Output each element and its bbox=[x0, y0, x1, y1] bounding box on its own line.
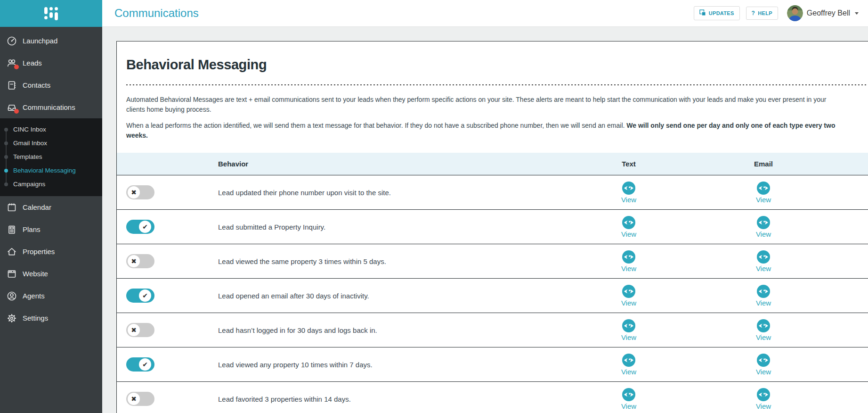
view-email-link[interactable]: View bbox=[756, 402, 771, 410]
dotted-divider bbox=[126, 84, 868, 85]
table-row: ✖ Lead hasn’t logged in for 30 days and … bbox=[117, 313, 868, 347]
updates-button[interactable]: UPDATES bbox=[694, 6, 740, 20]
table-row: ✖ Lead updated their phone number upon v… bbox=[117, 175, 868, 210]
user-menu[interactable]: Geoffrey Bell bbox=[787, 5, 859, 21]
plans-icon bbox=[6, 224, 17, 235]
sidebar-item-communications[interactable]: Communications bbox=[0, 96, 102, 118]
view-text-link[interactable]: View bbox=[621, 299, 636, 307]
sidebar-item-plans[interactable]: Plans bbox=[0, 218, 102, 240]
agents-icon bbox=[6, 290, 17, 302]
app-logo[interactable] bbox=[0, 0, 102, 27]
sidebar-item-cinc-inbox[interactable]: CINC Inbox bbox=[0, 123, 102, 136]
view-email-link[interactable]: View bbox=[756, 264, 771, 273]
sidebar-item-label: Agents bbox=[23, 292, 45, 300]
table-row: ✖ Lead viewed the same property 3 times … bbox=[117, 244, 868, 279]
notification-badge bbox=[14, 65, 19, 69]
eye-icon[interactable] bbox=[757, 319, 770, 332]
email-column-header: Email bbox=[696, 160, 831, 168]
sidebar-item-launchpad[interactable]: Launchpad bbox=[0, 30, 102, 52]
table-row: ✔ Lead opened an email after 30 days of … bbox=[117, 279, 868, 313]
sidebar-item-properties[interactable]: Properties bbox=[0, 240, 102, 263]
chevron-down-icon bbox=[855, 12, 859, 15]
sidebar-item-leads[interactable]: Leads bbox=[0, 52, 102, 74]
behavior-text: Lead hasn’t logged in for 30 days and lo… bbox=[211, 326, 561, 334]
view-email-link[interactable]: View bbox=[756, 196, 771, 204]
sidebar-item-calendar[interactable]: Calendar bbox=[0, 196, 102, 218]
sidebar-item-label: Contacts bbox=[23, 81, 50, 89]
avatar bbox=[787, 5, 803, 21]
view-text-link[interactable]: View bbox=[621, 333, 636, 341]
behavior-toggle[interactable]: ✔ bbox=[126, 357, 154, 372]
behavior-text: Lead favorited 3 properties within 14 da… bbox=[211, 395, 561, 403]
sidebar-item-label: Settings bbox=[23, 314, 48, 322]
behavior-toggle[interactable]: ✔ bbox=[126, 289, 154, 303]
sidebar-item-label: Calendar bbox=[23, 203, 51, 211]
view-text-link[interactable]: View bbox=[621, 402, 636, 410]
behavior-toggle[interactable]: ✔ bbox=[126, 220, 154, 234]
sidebar-nav: Launchpad Leads Contacts Communications … bbox=[0, 27, 102, 329]
calendar-icon bbox=[6, 202, 17, 213]
bullet-icon bbox=[4, 128, 8, 132]
bullet-icon bbox=[4, 155, 8, 159]
behavior-table: Behavior Text Email ✖ Lead updated their… bbox=[117, 153, 868, 413]
toggle-knob: ✖ bbox=[128, 186, 140, 198]
website-icon bbox=[6, 268, 17, 280]
sidebar-item-website[interactable]: Website bbox=[0, 263, 102, 285]
behavior-text: Lead opened an email after 30 days of in… bbox=[211, 292, 561, 300]
view-text-link[interactable]: View bbox=[621, 368, 636, 376]
eye-icon[interactable] bbox=[757, 354, 770, 367]
updates-icon bbox=[699, 9, 706, 17]
view-email-link[interactable]: View bbox=[756, 299, 771, 307]
toggle-knob: ✖ bbox=[128, 393, 140, 405]
launchpad-icon bbox=[6, 35, 17, 47]
leads-icon bbox=[6, 58, 17, 69]
eye-icon[interactable] bbox=[622, 319, 635, 332]
eye-icon[interactable] bbox=[622, 250, 635, 264]
eye-icon[interactable] bbox=[757, 388, 770, 401]
sidebar-item-settings[interactable]: Settings bbox=[0, 307, 102, 329]
eye-icon[interactable] bbox=[622, 354, 635, 367]
behavior-text: Lead viewed the same property 3 times wi… bbox=[211, 257, 561, 265]
sidebar: Launchpad Leads Contacts Communications … bbox=[0, 0, 102, 413]
eye-icon[interactable] bbox=[757, 250, 770, 264]
behavior-column-header: Behavior bbox=[211, 160, 561, 168]
table-row: ✖ Lead favorited 3 properties within 14 … bbox=[117, 382, 868, 413]
view-text-link[interactable]: View bbox=[621, 196, 636, 204]
view-email-link[interactable]: View bbox=[756, 230, 771, 238]
communications-submenu: CINC Inbox Gmail Inbox Templates Behavio… bbox=[0, 118, 102, 196]
eye-icon[interactable] bbox=[622, 285, 635, 298]
sidebar-item-behavioral-messaging[interactable]: Behavioral Messaging bbox=[0, 164, 102, 177]
behavior-text: Lead viewed any property 10 times within… bbox=[211, 361, 561, 369]
bullet-icon bbox=[4, 169, 8, 173]
sidebar-item-agents[interactable]: Agents bbox=[0, 285, 102, 307]
help-button[interactable]: ? HELP bbox=[746, 7, 778, 20]
sidebar-item-campaigns[interactable]: Campaigns bbox=[0, 177, 102, 191]
toggle-knob: ✔ bbox=[139, 289, 151, 302]
view-text-link[interactable]: View bbox=[621, 264, 636, 273]
notification-badge bbox=[14, 109, 19, 114]
eye-icon[interactable] bbox=[622, 388, 635, 401]
table-row: ✔ Lead viewed any property 10 times with… bbox=[117, 347, 868, 382]
page-title: Behavioral Messaging bbox=[126, 41, 868, 73]
view-text-link[interactable]: View bbox=[621, 230, 636, 238]
view-email-link[interactable]: View bbox=[756, 333, 771, 341]
sidebar-item-templates[interactable]: Templates bbox=[0, 150, 102, 164]
communications-icon bbox=[6, 102, 17, 113]
eye-icon[interactable] bbox=[622, 182, 635, 195]
content-card: Behavioral Messaging Automated Behaviora… bbox=[116, 41, 868, 413]
view-email-link[interactable]: View bbox=[756, 368, 771, 376]
sidebar-item-gmail-inbox[interactable]: Gmail Inbox bbox=[0, 136, 102, 150]
toggle-knob: ✔ bbox=[139, 358, 151, 371]
sidebar-item-contacts[interactable]: Contacts bbox=[0, 74, 102, 96]
behavior-text: Lead submitted a Property Inquiry. bbox=[211, 223, 561, 231]
behavior-toggle[interactable]: ✖ bbox=[126, 254, 154, 268]
properties-icon bbox=[6, 246, 17, 257]
policy-paragraph: When a lead performs the action identifi… bbox=[126, 121, 846, 140]
behavior-toggle[interactable]: ✖ bbox=[126, 185, 154, 199]
behavior-toggle[interactable]: ✖ bbox=[126, 392, 154, 406]
behavior-toggle[interactable]: ✖ bbox=[126, 323, 154, 337]
eye-icon[interactable] bbox=[757, 216, 770, 229]
eye-icon[interactable] bbox=[757, 182, 770, 195]
eye-icon[interactable] bbox=[757, 285, 770, 298]
eye-icon[interactable] bbox=[622, 216, 635, 229]
